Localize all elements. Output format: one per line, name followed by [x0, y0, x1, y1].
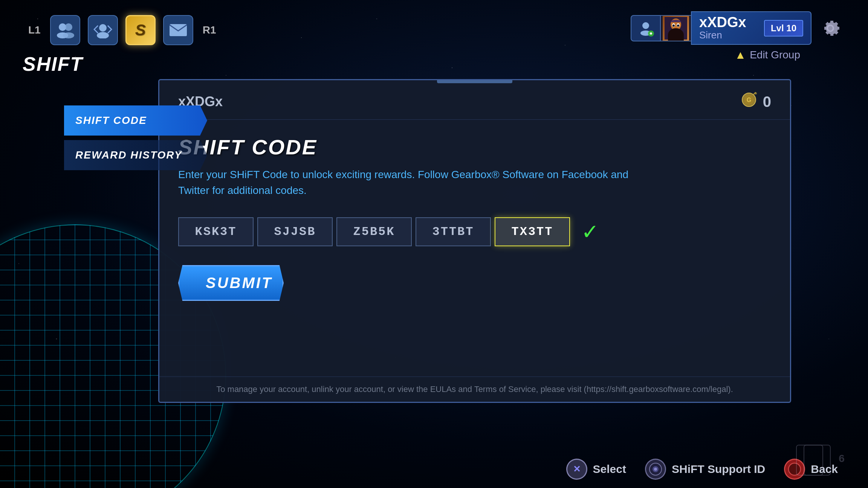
player-name: xXDGx: [699, 15, 746, 29]
sidebar-shift-code-label: SHiFT CODE: [75, 114, 147, 127]
code-input-row: ✓: [178, 217, 771, 246]
sidebar-reward-history-label: REWARD HISTORY: [75, 149, 182, 161]
player-card: xXDGx Siren Lvl 10: [631, 11, 811, 45]
nav-tabs: L1: [23, 11, 222, 49]
bottom-hud: ✕ Select SHiFT Support ID Back 6: [0, 450, 868, 488]
svg-point-4: [99, 24, 107, 32]
code-segment-2[interactable]: [257, 217, 333, 246]
svg-text:6: 6: [839, 453, 845, 464]
sidebar-item-shift-code[interactable]: SHiFT CODE: [64, 105, 207, 136]
x-button[interactable]: ✕: [566, 459, 587, 480]
code-segment-1[interactable]: [178, 217, 254, 246]
svg-rect-27: [796, 445, 823, 475]
l1-trigger[interactable]: L1: [23, 24, 46, 36]
social-icon: [50, 15, 80, 45]
modal-header: xXDGx G 0: [159, 80, 790, 120]
modal-content: SHiFT CODE Enter your SHiFT Code to unlo…: [159, 120, 790, 377]
sidebar: SHiFT CODE REWARD HISTORY: [64, 105, 207, 170]
nav-tab-friends[interactable]: [84, 11, 122, 49]
hud-select-action: ✕ Select: [566, 459, 626, 480]
currency-icon: G: [741, 92, 757, 112]
select-label: Select: [593, 463, 626, 476]
section-title: SHiFT CODE: [178, 135, 771, 159]
svg-point-1: [65, 23, 72, 31]
code-segment-5[interactable]: [495, 217, 570, 246]
watermark-logo: 6: [793, 441, 860, 480]
x-button-icon: ✕: [573, 464, 581, 474]
friends-icon: [88, 15, 118, 45]
modal-footer: To manage your account, unlink your acco…: [159, 377, 790, 402]
main-modal: xXDGx G 0 SHiFT CODE Enter your SHiFT Co…: [158, 79, 791, 403]
add-player-icon[interactable]: [631, 15, 661, 41]
check-icon: ✓: [581, 220, 599, 244]
shift-support-button[interactable]: [645, 459, 666, 480]
nav-left: L1: [23, 11, 222, 75]
player-info: xXDGx Siren Lvl 10 ▲ Edit Group: [631, 11, 845, 61]
mail-icon: [163, 15, 193, 45]
svg-point-22: [755, 92, 757, 95]
player-class: Siren: [699, 29, 746, 41]
level-badge: Lvl 10: [764, 20, 803, 37]
currency-amount: 0: [763, 93, 771, 110]
svg-point-17: [672, 24, 675, 27]
description-text: Enter your SHiFT Code to unlock exciting…: [178, 167, 630, 198]
svg-point-25: [654, 468, 657, 471]
code-segment-4[interactable]: [416, 217, 491, 246]
r1-trigger[interactable]: R1: [197, 24, 222, 36]
shift-support-label: SHiFT Support ID: [672, 463, 765, 476]
nav-tab-social[interactable]: [46, 11, 84, 49]
modal-tab-indicator: [437, 80, 512, 83]
svg-point-5: [97, 32, 109, 38]
player-avatar: [661, 15, 691, 41]
hud-shift-support-action: SHiFT Support ID: [645, 459, 765, 480]
nav-title: SHiFT: [23, 53, 83, 75]
shift-tab-icon: S: [125, 15, 156, 45]
player-details: xXDGx Siren Lvl 10: [691, 11, 811, 45]
top-navigation: L1: [0, 0, 868, 75]
settings-icon[interactable]: [815, 13, 845, 43]
svg-rect-28: [804, 445, 830, 475]
footer-text: To manage your account, unlink your acco…: [216, 384, 733, 394]
sidebar-item-reward-history[interactable]: REWARD HISTORY: [64, 140, 207, 170]
svg-point-3: [63, 32, 74, 38]
edit-group-row[interactable]: ▲ Edit Group: [735, 49, 800, 61]
nav-tab-mail[interactable]: [159, 11, 197, 49]
svg-point-14: [668, 31, 683, 40]
svg-text:G: G: [747, 97, 751, 103]
avatar-face: [663, 15, 689, 41]
edit-group-label: Edit Group: [750, 49, 800, 61]
code-segment-3[interactable]: [336, 217, 412, 246]
currency-display: G 0: [741, 92, 771, 112]
svg-point-18: [677, 24, 679, 27]
triangle-icon: ▲: [735, 49, 746, 61]
svg-rect-6: [170, 24, 187, 36]
nav-tab-shift[interactable]: S: [122, 11, 159, 49]
svg-point-7: [642, 22, 649, 29]
submit-button[interactable]: SUBMIT: [178, 265, 284, 301]
